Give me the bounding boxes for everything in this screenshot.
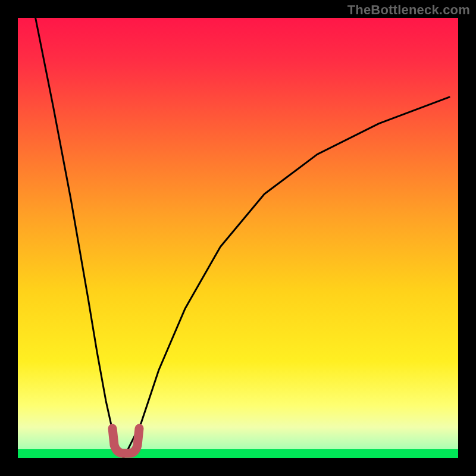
plot-area bbox=[18, 18, 458, 458]
chart-frame: TheBottleneck.com bbox=[0, 0, 476, 476]
green-band bbox=[18, 449, 458, 458]
plot-background bbox=[18, 18, 458, 458]
watermark-text: TheBottleneck.com bbox=[347, 2, 470, 18]
chart-svg bbox=[0, 0, 476, 476]
